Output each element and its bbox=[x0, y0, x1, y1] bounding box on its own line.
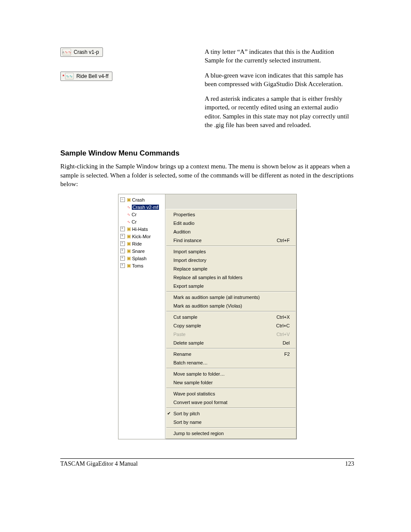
menu-item[interactable]: Replace sample bbox=[166, 264, 296, 273]
menu-item-label: Move sample to folder… bbox=[174, 370, 290, 377]
menu-item-label: Mark as audition sample (all instruments… bbox=[174, 294, 290, 301]
wave-icon: ∿ bbox=[127, 212, 131, 217]
folder-icon: ▣ bbox=[127, 263, 131, 268]
menu-item[interactable]: ✔Sort by pitch bbox=[166, 409, 296, 418]
tree-folder[interactable]: +▣Toms bbox=[119, 262, 164, 269]
body-text: A blue-green wave icon indicates that th… bbox=[205, 71, 354, 89]
folder-icon: ▣ bbox=[127, 241, 131, 246]
menu-item-label: Replace all samples in all folders bbox=[174, 274, 290, 281]
menu-item[interactable]: Convert wave pool format bbox=[166, 398, 296, 407]
menu-item[interactable]: Wave pool statistics bbox=[166, 389, 296, 398]
folder-icon: ▣ bbox=[127, 255, 131, 261]
asterisk-icon: * bbox=[62, 74, 64, 79]
tree-label: Kick-Mor bbox=[132, 234, 151, 239]
tree-folder[interactable]: +▣Ride bbox=[119, 240, 164, 247]
wave-icon: ∿∿ bbox=[65, 73, 74, 80]
menu-item[interactable]: New sample folder bbox=[166, 378, 296, 387]
tree-label: Snare bbox=[132, 249, 145, 254]
menu-item[interactable]: Audition bbox=[166, 227, 296, 236]
menu-item-label: Sort by name bbox=[174, 419, 290, 426]
tree-label: Crash bbox=[132, 197, 145, 202]
context-menu: PropertiesEdit audioAuditionFind instanc… bbox=[165, 209, 296, 439]
footer-title: TASCAM GigaEditor 4 Manual bbox=[60, 460, 138, 467]
sample-chip-audition: A∿∿ Crash v1-p bbox=[60, 47, 103, 57]
menu-item-label: Import samples bbox=[174, 248, 290, 255]
menu-item[interactable]: Jump to selected region bbox=[166, 429, 296, 438]
menu-separator bbox=[166, 291, 296, 292]
tree-item[interactable]: ∿ Cr bbox=[119, 218, 164, 225]
tree-label: Cr bbox=[132, 212, 137, 217]
expand-icon[interactable]: + bbox=[120, 234, 125, 239]
tree-folder[interactable]: +▣Kick-Mor bbox=[119, 233, 164, 240]
menu-item-label: Properties bbox=[174, 211, 290, 218]
tree-folder[interactable]: +▣Splash bbox=[119, 255, 164, 262]
menu-item-label: Cut sample bbox=[174, 314, 277, 320]
menu-item[interactable]: Copy sampleCtrl+C bbox=[166, 321, 296, 330]
expand-icon[interactable]: + bbox=[120, 263, 125, 268]
menu-item-label: Rename bbox=[174, 351, 284, 358]
menu-item-label: New sample folder bbox=[174, 379, 290, 386]
menu-item[interactable]: Export sample bbox=[166, 282, 296, 290]
menu-item[interactable]: Find instanceCtrl+F bbox=[166, 236, 296, 245]
menu-item-label: Mark as audition sample (Violas) bbox=[174, 302, 290, 309]
menu-item-label: Export sample bbox=[174, 283, 290, 289]
audition-badge-letter: A bbox=[62, 51, 64, 54]
expand-icon[interactable]: + bbox=[120, 256, 125, 261]
menu-item[interactable]: Mark as audition sample (Violas) bbox=[166, 302, 296, 310]
tree-item[interactable]: ∿ Cr bbox=[119, 211, 164, 218]
tree-label: Cr bbox=[132, 219, 137, 224]
menu-separator bbox=[166, 311, 296, 312]
tree-label: Splash bbox=[132, 256, 147, 261]
tree-folder[interactable]: +▣Hi-Hats bbox=[119, 225, 164, 233]
menu-item-label: Convert wave pool format bbox=[174, 399, 290, 406]
menu-item-label: Copy sample bbox=[174, 322, 277, 329]
menu-separator bbox=[166, 427, 296, 428]
menu-separator bbox=[166, 388, 296, 389]
tree-item[interactable]: ∿ Crash v2-mf bbox=[119, 203, 164, 211]
menu-item[interactable]: Delete sampleDel bbox=[166, 339, 296, 347]
folder-icon: ▣ bbox=[127, 248, 131, 254]
expand-icon[interactable]: + bbox=[120, 249, 125, 253]
body-text: A red asterisk indicates a sample that i… bbox=[205, 94, 354, 129]
body-text: Right-clicking in the Sample Window brin… bbox=[60, 162, 354, 189]
menu-item[interactable]: Import directory bbox=[166, 256, 296, 264]
wave-icon: ∿ bbox=[127, 220, 131, 224]
menu-item[interactable]: Edit audio bbox=[166, 219, 296, 227]
menu-item[interactable]: Move sample to folder… bbox=[166, 370, 296, 378]
sample-window-screenshot: − ▣ Crash ∿ Crash v2-mf ∿ Cr ∿ Cr +▣Hi-H… bbox=[118, 194, 297, 439]
menu-item-label: Paste bbox=[174, 331, 277, 338]
menu-item[interactable]: Cut sampleCtrl+X bbox=[166, 313, 296, 321]
expand-icon[interactable]: + bbox=[120, 227, 125, 231]
menu-item[interactable]: Batch rename… bbox=[166, 358, 296, 367]
check-icon: ✔ bbox=[167, 410, 171, 417]
menu-separator bbox=[166, 246, 296, 246]
page-number: 123 bbox=[345, 460, 354, 467]
menu-item-label: Wave pool statistics bbox=[174, 390, 290, 397]
menu-item-shortcut: Ctrl+X bbox=[277, 314, 290, 320]
menu-item-shortcut: Ctrl+C bbox=[276, 322, 290, 329]
expand-icon[interactable]: + bbox=[120, 241, 125, 246]
menu-item[interactable]: Mark as audition sample (all instruments… bbox=[166, 293, 296, 302]
tree-folder[interactable]: +▣Snare bbox=[119, 247, 164, 255]
tree-folder[interactable]: − ▣ Crash bbox=[119, 196, 164, 203]
tree-label: Toms bbox=[132, 263, 143, 268]
menu-item-label: Edit audio bbox=[174, 220, 290, 227]
folder-icon: ▣ bbox=[127, 197, 131, 202]
section-heading: Sample Window Menu Commands bbox=[60, 149, 354, 158]
tree-view[interactable]: − ▣ Crash ∿ Crash v2-mf ∿ Cr ∿ Cr +▣Hi-H… bbox=[118, 194, 165, 439]
menu-item-shortcut: Ctrl+F bbox=[277, 237, 290, 244]
folder-icon: ▣ bbox=[127, 226, 131, 232]
menu-item-label: Replace sample bbox=[174, 265, 290, 272]
menu-item-label: Delete sample bbox=[174, 339, 283, 346]
menu-item[interactable]: Properties bbox=[166, 210, 296, 219]
menu-item[interactable]: Replace all samples in all folders bbox=[166, 273, 296, 282]
menu-item[interactable]: Import samples bbox=[166, 247, 296, 256]
menu-separator bbox=[166, 348, 296, 349]
menu-separator bbox=[166, 408, 296, 408]
collapse-icon[interactable]: − bbox=[120, 197, 125, 202]
menu-item-shortcut: Ctrl+V bbox=[277, 331, 290, 338]
menu-item-label: Find instance bbox=[174, 237, 277, 244]
menu-item[interactable]: RenameF2 bbox=[166, 350, 296, 358]
menu-item[interactable]: Sort by name bbox=[166, 418, 296, 426]
tree-label: Hi-Hats bbox=[132, 227, 148, 232]
